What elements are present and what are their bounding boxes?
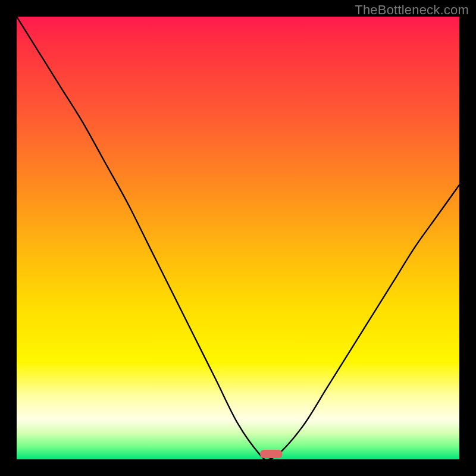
bottleneck-curve <box>17 17 459 459</box>
optimal-range-marker <box>260 450 282 458</box>
plot-area <box>17 17 459 459</box>
watermark-text: TheBottleneck.com <box>355 2 469 18</box>
chart-svg <box>17 17 459 459</box>
chart-frame: TheBottleneck.com <box>0 0 476 476</box>
